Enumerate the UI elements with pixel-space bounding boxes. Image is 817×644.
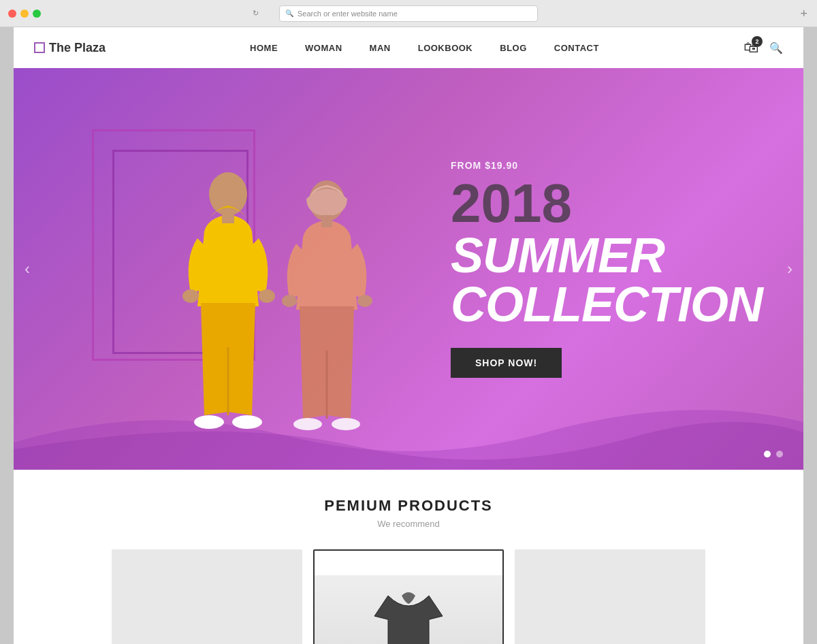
new-tab-button[interactable]: + — [800, 7, 807, 20]
logo[interactable]: The Plaza — [34, 41, 106, 55]
svg-point-11 — [293, 418, 322, 430]
product-card-3[interactable] — [515, 549, 705, 644]
products-section: PEMIUM PRODUCTS We recommend — [14, 470, 803, 644]
nav-item-home[interactable]: HOME — [250, 42, 278, 54]
nav-link-woman[interactable]: WOMAN — [305, 43, 342, 53]
cart-badge: 2 — [752, 36, 763, 47]
fullscreen-dot[interactable] — [33, 10, 41, 18]
hero-section: FROM $19.90 2018 SUMMER COLLECTION Shop … — [14, 68, 803, 470]
model-peach — [272, 177, 381, 463]
svg-point-9 — [357, 295, 372, 307]
nav-item-lookbook[interactable]: LOOKBOOK — [418, 42, 473, 54]
slide-dots — [764, 451, 783, 457]
browser-chrome: 🔍 Search or enter website name ↻ + — [0, 0, 817, 27]
svg-point-5 — [232, 415, 262, 429]
svg-point-4 — [194, 415, 224, 429]
minimize-dot[interactable] — [20, 10, 29, 18]
nav-item-contact[interactable]: CONTACT — [554, 42, 599, 54]
model-yellow — [170, 170, 286, 463]
svg-rect-13 — [321, 215, 332, 227]
product-image-1 — [112, 549, 302, 644]
nav-link-blog[interactable]: BLOG — [500, 43, 527, 53]
search-button[interactable]: 🔍 — [769, 42, 783, 54]
svg-point-0 — [209, 172, 247, 216]
slide-dot-1[interactable] — [764, 451, 771, 457]
products-grid — [27, 549, 790, 644]
svg-rect-6 — [222, 210, 234, 223]
product-image-2 — [315, 575, 502, 644]
logo-square-icon — [34, 42, 45, 53]
svg-point-1 — [182, 289, 199, 303]
hero-text-block: FROM $19.90 2018 SUMMER COLLECTION Shop … — [451, 160, 763, 378]
nav-link-man[interactable]: MAN — [370, 43, 391, 53]
website: The Plaza HOME WOMAN MAN LOOKBOOK BLOG C… — [14, 27, 803, 644]
hero-prev-button[interactable]: ‹ — [25, 259, 30, 278]
products-title: PEMIUM PRODUCTS — [27, 497, 790, 515]
hero-from-price: FROM $19.90 — [451, 160, 763, 171]
product-image-3 — [515, 549, 705, 644]
hero-title-line1: SUMMER — [451, 231, 763, 280]
nav-links: HOME WOMAN MAN LOOKBOOK BLOG CONTACT — [250, 42, 599, 54]
cart-button[interactable]: 🛍 2 — [743, 39, 758, 57]
svg-point-12 — [332, 418, 360, 430]
shop-now-button[interactable]: Shop NOW! — [451, 348, 562, 378]
product-clothing-icon — [368, 582, 449, 644]
navbar: The Plaza HOME WOMAN MAN LOOKBOOK BLOG C… — [14, 27, 803, 68]
refresh-button[interactable]: ↻ — [253, 9, 259, 18]
product-card-2[interactable] — [313, 549, 504, 644]
logo-text: The Plaza — [49, 41, 106, 55]
hero-next-button[interactable]: › — [787, 259, 792, 278]
nav-item-blog[interactable]: BLOG — [500, 42, 527, 54]
nav-link-lookbook[interactable]: LOOKBOOK — [418, 43, 473, 53]
hero-year: 2018 — [451, 176, 763, 231]
products-subtitle: We recommend — [27, 519, 790, 529]
nav-right: 🛍 2 🔍 — [743, 39, 783, 57]
close-dot[interactable] — [8, 10, 16, 18]
models-area — [82, 88, 408, 470]
nav-link-home[interactable]: HOME — [250, 43, 278, 53]
nav-item-woman[interactable]: WOMAN — [305, 42, 342, 54]
slide-dot-2[interactable] — [776, 451, 783, 457]
browser-dots — [8, 10, 41, 18]
svg-point-8 — [282, 295, 297, 307]
hero-title-line2: COLLECTION — [451, 280, 763, 329]
address-text: Search or enter website name — [298, 10, 398, 18]
search-icon: 🔍 — [285, 10, 293, 17]
nav-link-contact[interactable]: CONTACT — [554, 43, 599, 53]
nav-item-man[interactable]: MAN — [370, 42, 391, 54]
address-bar[interactable]: 🔍 Search or enter website name — [279, 5, 538, 22]
product-card-1[interactable] — [112, 549, 302, 644]
